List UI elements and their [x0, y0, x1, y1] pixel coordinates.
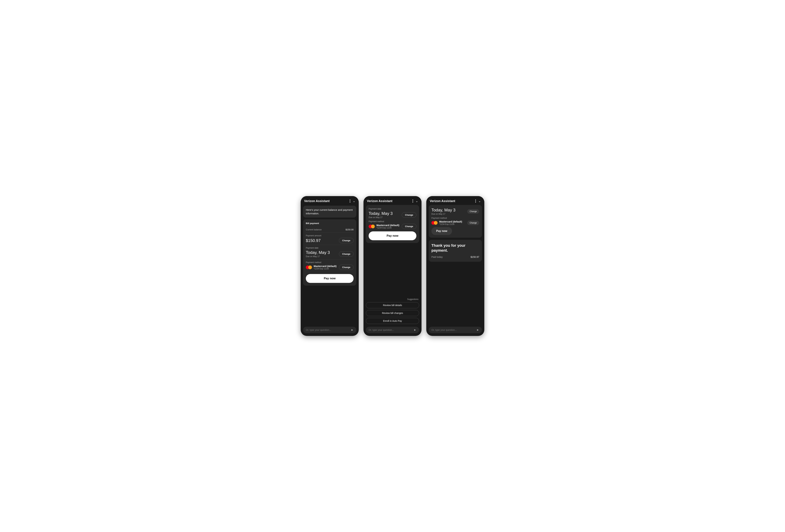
payment-date-value: Today, May 3 — [306, 250, 330, 255]
current-balance-label: Current balance — [306, 228, 322, 231]
partial-change-method-button[interactable]: Change — [402, 224, 416, 229]
phones-container: Verizon Assistant ⌄ Here's your current … — [301, 196, 484, 336]
payment-method-name: Mastercard (default) — [314, 265, 336, 268]
partial-method-row: Mastercard (default) *1234 Exp 11/26 — [369, 224, 402, 229]
more-options-icon-3[interactable] — [475, 199, 476, 203]
payment-amount-label: Payment amount — [306, 235, 354, 237]
phone3-method-info: Mastercard (default) *1234 Exp 11/26 — [439, 220, 462, 225]
review-bill-details-button[interactable]: Review bill details — [366, 302, 419, 308]
partial-pay-now-button[interactable]: Pay now — [369, 231, 416, 240]
partial-method-name: Mastercard (default) — [377, 224, 399, 227]
phone3-change-method-button[interactable]: Change — [467, 221, 479, 225]
phone-3-header-icons: ⌄ — [475, 199, 481, 203]
phone-1-content: Here's your current balance and payment … — [301, 205, 359, 325]
chevron-down-icon-3[interactable]: ⌄ — [478, 199, 481, 203]
payment-amount-row: $150.97 Change — [306, 238, 354, 243]
phone3-method-name: Mastercard (default) — [439, 220, 462, 223]
phone-3-title: Verizon Assistant — [430, 199, 455, 203]
pay-now-button[interactable]: Pay now — [306, 274, 354, 283]
payment-date-section: Payment date Today, May 3 Due on May 17 … — [306, 245, 354, 260]
mastercard-icon-3 — [431, 221, 437, 225]
payment-method-sub: *1234 Exp 11/26 — [314, 268, 336, 270]
phone3-pay-now-button[interactable]: Pay now — [431, 227, 452, 235]
payment-method-row: Mastercard (default) *1234 Exp 11/26 — [306, 265, 339, 270]
payment-method-label: Payment method — [306, 261, 354, 264]
thank-you-card: Thank you for your payment. Paid today $… — [429, 240, 482, 262]
phone-2-search-input[interactable] — [369, 328, 412, 331]
paid-today-value: $150.97 — [471, 256, 479, 258]
paid-today-label: Paid today — [431, 256, 443, 258]
partial-change-date-button[interactable]: Change — [402, 212, 416, 218]
send-icon[interactable]: ► — [351, 328, 354, 331]
phone-1-input-area: ► — [301, 325, 359, 336]
phone-3-content: Today, May 3 Due on May 17 Change Paymen… — [426, 205, 484, 325]
mastercard-icon — [306, 265, 312, 270]
partial-method-content: Mastercard (default) *1234 Exp 11/26 Cha… — [369, 224, 416, 229]
change-method-button[interactable]: Change — [339, 265, 354, 270]
send-icon-2[interactable]: ► — [414, 328, 416, 331]
suggestions-container: Suggestions Review bill details Review b… — [366, 296, 419, 325]
payment-amount-section: Payment amount $150.97 Change — [306, 233, 354, 245]
phone-2-input-area: ► — [363, 325, 422, 336]
phone-1-header: Verizon Assistant ⌄ — [301, 196, 359, 205]
review-bill-changes-button[interactable]: Review bill changes — [366, 310, 419, 316]
phone-3-input-area: ► — [426, 325, 484, 336]
phone3-date-value: Today, May 3 — [431, 208, 455, 212]
phone-1: Verizon Assistant ⌄ Here's your current … — [301, 196, 359, 336]
chevron-down-icon-2[interactable]: ⌄ — [415, 199, 418, 203]
more-options-icon[interactable] — [349, 199, 351, 203]
message-bubble: Here's your current balance and payment … — [303, 206, 356, 218]
paid-today-row: Paid today $150.97 — [431, 256, 479, 258]
phone-1-input-wrapper[interactable]: ► — [303, 327, 356, 333]
payment-date-sub: Due on May 17 — [306, 255, 330, 258]
partial-payment-date-label: Payment date — [369, 208, 416, 210]
phone-2-header: Verizon Assistant ⌄ — [363, 196, 422, 205]
bill-card-title: Bill payment — [306, 222, 354, 224]
payment-method-content: Mastercard (default) *1234 Exp 11/26 Cha… — [306, 265, 354, 270]
phone-2-content: Payment date Today, May 3 Due on May 17 … — [363, 205, 422, 325]
partial-method-section: Payment method Mastercard (default) *123… — [369, 220, 416, 229]
mastercard-icon-2 — [369, 224, 375, 229]
phone3-method-content: Mastercard (default) *1234 Exp 11/26 Cha… — [431, 220, 479, 225]
phone3-method-section: Payment method Mastercard (default) *123… — [431, 217, 479, 225]
send-icon-3[interactable]: ► — [477, 328, 479, 331]
phone3-payment-summary: Today, May 3 Due on May 17 Change Paymen… — [429, 205, 482, 238]
change-date-button[interactable]: Change — [339, 251, 354, 257]
phone-3-header: Verizon Assistant ⌄ — [426, 196, 484, 205]
partial-method-info: Mastercard (default) *1234 Exp 11/26 — [377, 224, 399, 229]
phone-2-title: Verizon Assistant — [367, 199, 392, 203]
phone-1-title: Verizon Assistant — [304, 199, 330, 203]
phone-2: Verizon Assistant ⌄ Payment date Today, … — [363, 196, 422, 336]
phone3-change-date-button[interactable]: Change — [467, 209, 479, 214]
partial-date-value: Today, May 3 — [369, 211, 393, 216]
more-options-icon-2[interactable] — [412, 199, 413, 203]
partial-date-sub: Due on May 17 — [369, 216, 393, 219]
payment-method-section: Payment method Mastercard (default) *123… — [306, 260, 354, 272]
payment-method-info: Mastercard (default) *1234 Exp 11/26 — [314, 265, 336, 270]
partial-date-row: Today, May 3 Due on May 17 Change — [369, 211, 416, 219]
phone3-date-sub: Due on May 17 — [431, 213, 455, 215]
chevron-down-icon[interactable]: ⌄ — [353, 199, 355, 203]
change-amount-button[interactable]: Change — [339, 238, 354, 243]
thank-you-title: Thank you for your payment. — [431, 243, 479, 253]
current-balance-value: $150.00 — [346, 228, 354, 231]
payment-date-label: Payment date — [306, 247, 354, 249]
phone3-method-sub: *1234 Exp 11/26 — [439, 223, 462, 225]
payment-amount-value: $150.97 — [306, 238, 321, 243]
payment-date-row: Today, May 3 Due on May 17 Change — [306, 250, 354, 258]
partial-bill-card: Payment date Today, May 3 Due on May 17 … — [366, 205, 419, 243]
phone-1-header-icons: ⌄ — [349, 199, 355, 203]
phone3-method-label: Payment method — [431, 217, 479, 219]
phone-1-search-input[interactable] — [306, 328, 350, 331]
partial-method-label: Payment method — [369, 220, 416, 223]
phone-3: Verizon Assistant ⌄ Today, May 3 Due on … — [426, 196, 484, 336]
suggestions-label: Suggestions — [407, 298, 419, 300]
current-balance-row: Current balance $150.00 — [306, 227, 354, 233]
phone-2-header-icons: ⌄ — [412, 199, 418, 203]
bill-payment-card: Bill payment Current balance $150.00 Pay… — [303, 219, 356, 286]
phone-3-search-input[interactable] — [431, 328, 475, 331]
phone3-method-row: Mastercard (default) *1234 Exp 11/26 — [431, 220, 467, 225]
enroll-autopay-button[interactable]: Enroll in Auto Pay — [366, 318, 419, 324]
phone-3-input-wrapper[interactable]: ► — [429, 327, 482, 333]
phone-2-input-wrapper[interactable]: ► — [366, 327, 419, 333]
